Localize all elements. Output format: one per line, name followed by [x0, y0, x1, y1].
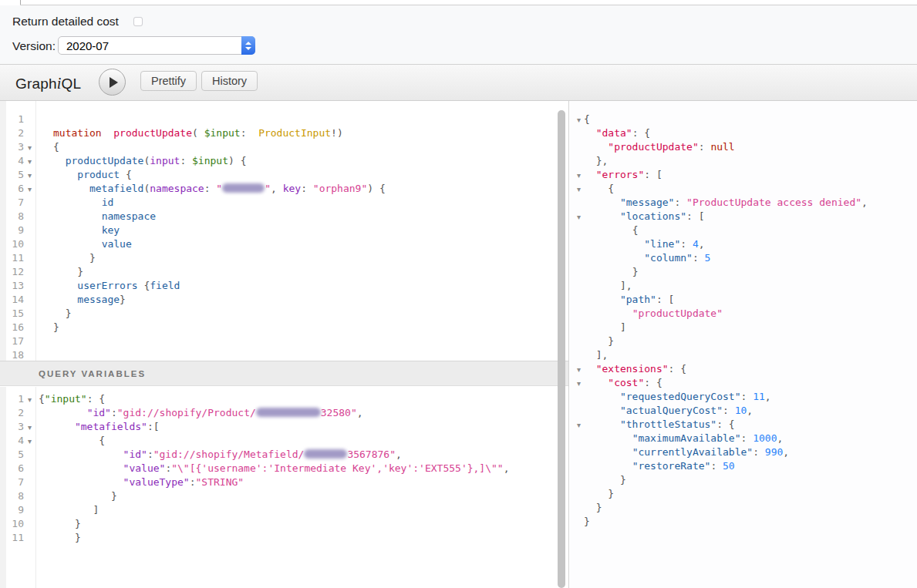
code-line: "cost": {	[584, 376, 917, 390]
gutter-line: ▾	[573, 113, 584, 126]
fold-arrow-icon[interactable]: ▾	[573, 363, 585, 377]
fold-arrow-icon[interactable]: ▾	[24, 435, 35, 449]
query-variables-title: QUERY VARIABLES	[39, 369, 146, 378]
gutter-line: 1▾	[0, 392, 35, 406]
line-number: 7	[0, 475, 24, 489]
line-number: 4	[0, 154, 24, 168]
gutter-line: 18	[0, 348, 35, 361]
code-line: metafield(namespace: "", key: "orphan9")…	[53, 182, 568, 196]
code-line	[53, 348, 568, 361]
code-line: "throttleStatus": {	[584, 418, 917, 432]
gutter-line: 11	[0, 251, 35, 265]
code-line: product {	[53, 168, 568, 182]
line-number: 10	[0, 517, 24, 531]
gutter-line	[573, 140, 584, 154]
query-editor[interactable]: 123▾4▾5▾6▾789101112131415161718 mutation…	[0, 101, 568, 361]
gutter-line: 11	[0, 531, 35, 545]
prettify-button[interactable]: Prettify	[140, 71, 197, 91]
gutter-line	[573, 334, 584, 348]
line-number: 3	[0, 140, 24, 154]
version-select[interactable]: 2020-07	[58, 36, 255, 55]
history-button[interactable]: History	[201, 71, 258, 91]
code-line: userErrors {field	[53, 279, 568, 293]
query-variables-header[interactable]: QUERY VARIABLES	[0, 361, 568, 386]
line-number: 6	[0, 462, 24, 475]
execute-query-button[interactable]	[99, 69, 126, 96]
line-number: 18	[0, 348, 24, 361]
code-line: "id":"gid://shopify/Product/32580",	[39, 406, 568, 420]
gutter-line	[573, 307, 584, 321]
fold-arrow-icon[interactable]: ▾	[573, 418, 585, 432]
gutter-line: 5	[0, 448, 35, 462]
variables-editor-code[interactable]: {"input": { "id":"gid://shopify/Product/…	[36, 387, 568, 588]
query-editor-gutter: 123▾4▾5▾6▾789101112131415161718	[0, 101, 36, 361]
code-line: ],	[584, 348, 917, 362]
fold-arrow-icon[interactable]: ▾	[24, 141, 35, 155]
gutter-line	[573, 321, 584, 334]
fold-arrow-icon[interactable]: ▾	[573, 183, 585, 197]
gutter-line	[573, 293, 584, 307]
code-line: mutation productUpdate( $input: ProductI…	[53, 126, 568, 140]
gutter-line	[573, 515, 584, 529]
gutter-line: 6	[0, 462, 35, 475]
gutter-line: 3▾	[0, 140, 35, 154]
fold-arrow-icon[interactable]: ▾	[24, 169, 35, 183]
code-line: "maximumAvailable": 1000,	[584, 432, 917, 445]
gutter-line: 1	[0, 113, 35, 126]
gutter-line	[573, 459, 584, 473]
gutter-line: 4▾	[0, 434, 35, 448]
gutter-line	[573, 473, 584, 487]
code-line: }	[584, 334, 917, 348]
fold-arrow-icon[interactable]: ▾	[24, 421, 35, 435]
code-line: productUpdate(input: $input) {	[53, 154, 568, 168]
query-editor-code[interactable]: mutation productUpdate( $input: ProductI…	[36, 101, 568, 361]
code-line: message}	[53, 293, 568, 307]
fold-arrow-icon[interactable]: ▾	[573, 377, 585, 391]
vertical-scrollbar-thumb[interactable]	[558, 110, 565, 588]
code-line: key	[53, 223, 568, 237]
code-line: "value":"\"[{'username':'Intermediate Ke…	[39, 462, 568, 475]
gutter-line: 16	[0, 321, 35, 334]
code-line: {	[584, 113, 917, 126]
code-line	[53, 334, 568, 348]
gutter-line	[573, 196, 584, 210]
code-line: "message": "ProductUpdate access denied"…	[584, 196, 917, 210]
select-stepper-icon[interactable]	[241, 36, 255, 55]
code-line: "extensions": {	[584, 362, 917, 376]
detailed-cost-checkbox[interactable]	[133, 17, 143, 26]
line-number: 2	[0, 126, 24, 140]
gutter-line	[573, 154, 584, 168]
gutter-line: 3▾	[0, 420, 35, 434]
code-line: }	[584, 265, 917, 279]
variables-editor[interactable]: 1▾23▾4▾567891011 {"input": { "id":"gid:/…	[0, 387, 568, 588]
fold-arrow-icon[interactable]: ▾	[24, 393, 35, 407]
gutter-line: 4▾	[0, 154, 35, 168]
code-line: {"input": {	[39, 392, 568, 406]
gutter-line	[573, 445, 584, 459]
fold-arrow-icon[interactable]: ▾	[573, 169, 585, 183]
gutter-line: 15	[0, 307, 35, 321]
fold-arrow-icon[interactable]: ▾	[573, 113, 585, 127]
code-line: value	[53, 237, 568, 251]
code-line: "productUpdate": null	[584, 140, 917, 154]
fold-arrow-icon[interactable]: ▾	[24, 155, 35, 169]
code-line: "column": 5	[584, 251, 917, 265]
gutter-line	[573, 265, 584, 279]
chevron-up-icon	[245, 42, 251, 45]
gutter-line: 14	[0, 293, 35, 307]
gutter-line: 8	[0, 489, 35, 503]
fold-arrow-icon[interactable]: ▾	[573, 210, 585, 224]
gutter-line: 9	[0, 223, 35, 237]
gutter-line: ▾	[573, 210, 584, 223]
version-selected-value: 2020-07	[66, 39, 109, 52]
fold-arrow-icon[interactable]: ▾	[24, 183, 35, 197]
line-number: 8	[0, 210, 24, 223]
code-line: }	[53, 307, 568, 321]
gutter-line: 10	[0, 237, 35, 251]
line-number: 15	[0, 307, 24, 321]
code-line: }	[53, 265, 568, 279]
line-number: 2	[0, 406, 24, 420]
redacted-text	[304, 449, 347, 459]
line-number: 11	[0, 531, 24, 545]
code-line: namespace	[53, 210, 568, 223]
